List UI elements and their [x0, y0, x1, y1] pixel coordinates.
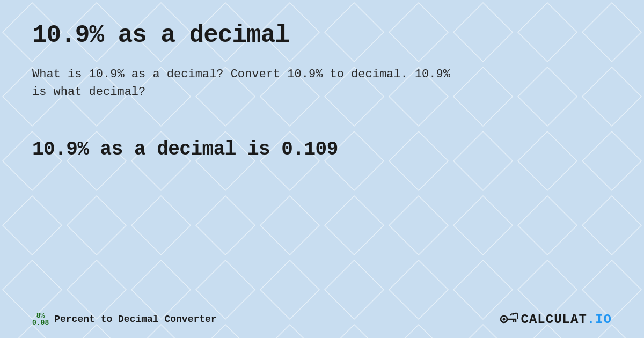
page-description: What is 10.9% as a decimal? Convert 10.9… — [32, 65, 462, 101]
result-text: 10.9% as a decimal is 0.109 — [32, 138, 612, 160]
result-section: 10.9% as a decimal is 0.109 — [32, 138, 612, 160]
page-title: 10.9% as a decimal — [32, 21, 612, 49]
